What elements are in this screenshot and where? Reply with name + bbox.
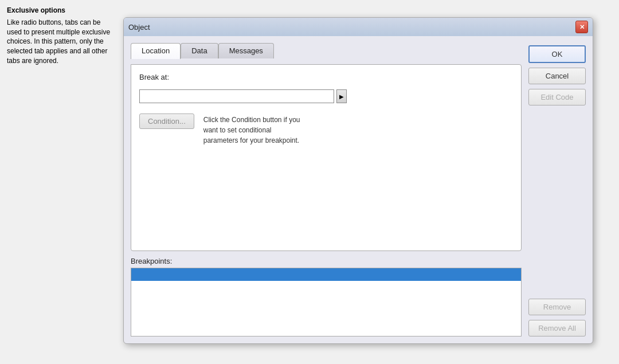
close-button[interactable]: ✕: [575, 21, 588, 33]
break-at-input[interactable]: [139, 89, 334, 103]
remove-all-button[interactable]: Remove All: [528, 320, 586, 336]
main-content: Location Data Messages Break at: ▶ Condi…: [131, 43, 522, 336]
breakpoints-list[interactable]: [131, 268, 522, 336]
dialog-title: Object: [128, 23, 150, 32]
tab-data[interactable]: Data: [181, 43, 218, 58]
right-buttons: OK Cancel Edit Code Remove Remove All: [528, 43, 586, 336]
title-bar: Object ✕: [124, 18, 593, 36]
arrow-button[interactable]: ▶: [336, 89, 347, 103]
condition-text: Click the Condition button if youwant to…: [203, 113, 300, 146]
cancel-button[interactable]: Cancel: [528, 68, 586, 84]
breakpoints-section: Breakpoints:: [131, 257, 522, 336]
edit-code-button[interactable]: Edit Code: [528, 89, 586, 105]
sidebar-description: Like radio buttons, tabs can be used to …: [7, 18, 113, 66]
tab-panel: Break at: ▶ Condition... Click the Condi…: [131, 64, 522, 251]
object-dialog: Object ✕ Location Data Messages Break at…: [123, 17, 593, 344]
breakpoints-selected-row: [131, 268, 521, 281]
condition-button[interactable]: Condition...: [139, 113, 194, 129]
break-at-label: Break at:: [139, 73, 513, 81]
condition-row: Condition... Click the Condition button …: [139, 113, 513, 146]
sidebar-annotation: Exclusive options Like radio buttons, ta…: [0, 0, 120, 72]
break-at-row: ▶: [139, 89, 513, 103]
dialog-body: Location Data Messages Break at: ▶ Condi…: [124, 36, 593, 343]
sidebar-title: Exclusive options: [7, 6, 113, 15]
tab-messages[interactable]: Messages: [218, 43, 274, 58]
breakpoints-label: Breakpoints:: [131, 257, 522, 265]
tab-location[interactable]: Location: [131, 43, 181, 59]
remove-button[interactable]: Remove: [528, 299, 586, 315]
ok-button[interactable]: OK: [528, 45, 586, 63]
tab-bar: Location Data Messages: [131, 43, 522, 58]
